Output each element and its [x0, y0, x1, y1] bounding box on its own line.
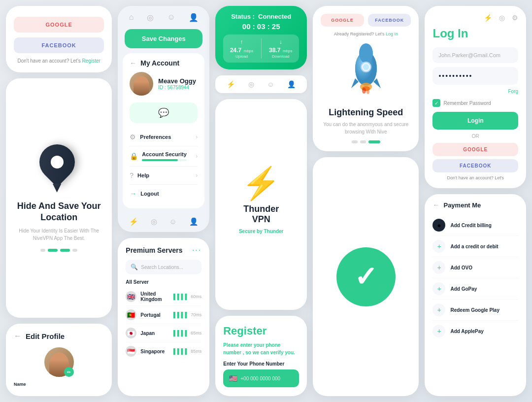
- email-input[interactable]: John.Parker@Gmail.Com: [432, 47, 518, 63]
- logout-item[interactable]: → Logout: [130, 185, 198, 202]
- column-5: ⚡ ◎ ⚙ Log In John.Parker@Gmail.Com •••••…: [425, 6, 526, 396]
- user-icon[interactable]: 👤: [189, 217, 199, 226]
- email-placeholder: John.Parker@Gmail.Com: [438, 52, 500, 58]
- preferences-item[interactable]: ⚙ Preferences ›: [130, 128, 198, 146]
- facebook-social-button[interactable]: FACEBOOK: [368, 14, 411, 27]
- message-button[interactable]: 💬: [130, 102, 198, 123]
- phone-input[interactable]: 🇺🇸 +00 000 0000 000: [223, 369, 299, 387]
- server-row-pt[interactable]: 🇵🇹 Portugal ▌▌▌▌ 70ms: [126, 306, 201, 324]
- preferences-icon: ⚙: [130, 133, 136, 141]
- payment-back-icon[interactable]: ←: [432, 201, 439, 209]
- register-note: Don't have an account? Let's Register: [14, 58, 104, 64]
- smiley-nav-icon[interactable]: ☺: [267, 80, 274, 88]
- account-id: ID : 56758944: [158, 85, 196, 90]
- account-header: ← My Account: [130, 59, 198, 67]
- server-row-jp[interactable]: 🇯🇵 Japan ▌▌▌▌ 65ms: [126, 324, 201, 342]
- upload-speed: ↑ 24.7 mbps Upload: [230, 38, 253, 59]
- payment-card: ← Payment Me ● Add Credit billing + Add …: [425, 194, 526, 396]
- server-row-sg[interactable]: 🇸🇬 Singapore ▌▌▌▌ 85ms: [126, 342, 201, 360]
- bolt-topbar-icon[interactable]: ⚡: [484, 14, 492, 22]
- account-security-item[interactable]: 🔒 Account Security ›: [130, 146, 198, 167]
- pin-nav-icon[interactable]: ◎: [248, 80, 254, 88]
- thunder-subtitle: VPN: [252, 214, 270, 225]
- flag-icon: 🇺🇸: [229, 374, 237, 382]
- payment-credit-billing[interactable]: ● Add Credit billing: [432, 215, 518, 236]
- column-2: ⌂ ◎ ☺ 👤 Save Changes ← My Account Meave …: [118, 6, 209, 396]
- bolt-nav-icon[interactable]: ⚡: [227, 80, 235, 88]
- settings-topbar-icon[interactable]: ⚙: [512, 14, 518, 22]
- login-link[interactable]: Log In: [386, 32, 398, 36]
- vpn-speed-row: ↑ 24.7 mbps Upload ↓ 38.7 mbps Download: [223, 34, 299, 63]
- premium-title: Premium Servers: [126, 246, 182, 254]
- edit-profile-title: Edit Profile: [26, 332, 65, 340]
- my-account-card: ⌂ ◎ ☺ 👤 Save Changes ← My Account Meave …: [118, 6, 209, 232]
- pin-topbar-icon[interactable]: ◎: [499, 14, 505, 22]
- gopay-label: Add GoPay: [450, 286, 477, 292]
- remember-checkbox[interactable]: ✓: [432, 99, 440, 107]
- save-changes-button[interactable]: Save Changes: [125, 29, 202, 48]
- user-nav-icon[interactable]: 👤: [287, 80, 296, 88]
- google-social-button[interactable]: GOOGLE: [321, 14, 364, 27]
- progress-bar: [142, 159, 186, 161]
- account-back-icon[interactable]: ←: [130, 59, 136, 67]
- forgot-password-link[interactable]: Forg: [432, 89, 518, 94]
- applepay-label: Add ApplePay: [450, 329, 483, 334]
- password-input[interactable]: ••••••••••: [432, 67, 518, 85]
- premium-header: Premium Servers ···: [126, 246, 201, 255]
- settings-icon[interactable]: 👤: [189, 13, 199, 22]
- payment-gopay[interactable]: + Add GoPay: [432, 278, 518, 300]
- profile-icon[interactable]: ☺: [167, 13, 175, 22]
- thunder-brand: Thunder: [264, 229, 284, 234]
- pin-icon[interactable]: ◎: [151, 217, 157, 226]
- download-value: 38.7: [269, 47, 280, 54]
- payment-google-play[interactable]: + Redeem Google Play: [432, 300, 518, 321]
- thunder-title: Thunder: [243, 204, 279, 214]
- back-icon[interactable]: ←: [14, 332, 22, 340]
- or-divider: OR: [432, 134, 518, 139]
- vpn-connected-status: Connected: [258, 13, 291, 20]
- secure-label: Secure by Thunder: [239, 229, 284, 234]
- login-button[interactable]: Login: [432, 112, 518, 130]
- svg-point-10: [366, 89, 369, 94]
- google-login-button[interactable]: GOOGLE: [432, 143, 518, 156]
- uk-flag: 🇬🇧: [126, 291, 136, 302]
- lightning-subtitle: You can do the anonmyous and secure brow…: [321, 121, 411, 135]
- bolt-icon[interactable]: ⚡: [129, 217, 138, 226]
- gopay-icon: +: [432, 282, 445, 295]
- message-icon: 💬: [158, 108, 169, 118]
- thunder-vpn-card: ⚡ Thunder VPN Secure by Thunder: [215, 99, 307, 310]
- name-field-label: Name: [14, 382, 104, 387]
- facebook-login-button[interactable]: FACEBOOK: [14, 37, 104, 53]
- location-icon[interactable]: ◎: [147, 13, 154, 22]
- location-title: Hide And Save Your Location: [14, 201, 104, 224]
- server-row-uk[interactable]: 🇬🇧 United Kingdom ▌▌▌▌ 60ms: [126, 288, 201, 306]
- search-placeholder: Search Locations...: [141, 265, 183, 270]
- facebook-login-button[interactable]: FACEBOOK: [432, 159, 518, 172]
- sg-country: Singapore: [140, 349, 173, 354]
- signal-icon: ▌▌▌▌: [173, 348, 189, 354]
- register-link[interactable]: Register: [82, 58, 100, 64]
- signal-icon: ▌▌▌▌: [173, 330, 189, 336]
- smiley-icon[interactable]: ☺: [169, 217, 177, 226]
- svg-marker-5: [351, 78, 359, 88]
- signal-icon: ▌▌▌▌: [173, 312, 189, 318]
- payment-applepay[interactable]: + Add ApplePay: [432, 321, 518, 341]
- lightning-speed-card: GOOGLE FACEBOOK Already Registered? Let'…: [313, 6, 419, 151]
- profile-row: Meave Oggy ID : 56758944: [130, 72, 198, 96]
- more-options-icon[interactable]: ···: [192, 246, 201, 255]
- home-icon[interactable]: ⌂: [129, 13, 134, 22]
- singapore-flag: 🇸🇬: [126, 346, 136, 357]
- help-item[interactable]: ? Help ›: [130, 167, 198, 185]
- register-card: Register Please enter your phone number …: [215, 316, 307, 396]
- dot-3: [368, 140, 380, 143]
- chevron-right-icon: ›: [196, 172, 198, 179]
- google-login-button[interactable]: GOOGLE: [14, 17, 104, 33]
- avatar-wrapper: ✏: [44, 347, 74, 377]
- payment-ovo[interactable]: + Add OVO: [432, 257, 518, 278]
- checkmark-icon: ✓: [354, 263, 377, 291]
- search-bar[interactable]: 🔍 Search Locations...: [126, 260, 201, 274]
- edit-avatar-icon[interactable]: ✏: [64, 367, 74, 377]
- payment-credit-debit[interactable]: + Add a credit or debit: [432, 236, 518, 257]
- social-buttons: GOOGLE FACEBOOK: [321, 14, 411, 27]
- google-play-icon: +: [432, 303, 445, 316]
